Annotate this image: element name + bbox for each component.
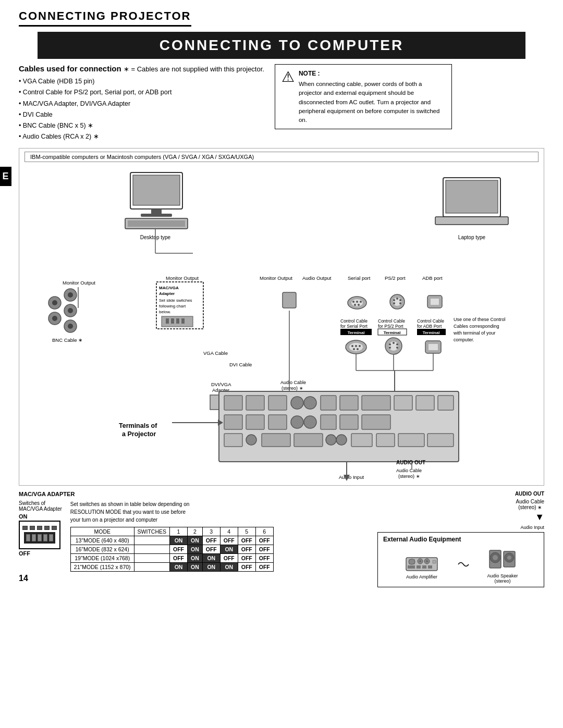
- svg-rect-97: [394, 396, 412, 410]
- switch-block: [24, 532, 55, 544]
- note-content: NOTE : When connecting cable, power cord…: [299, 69, 445, 125]
- svg-rect-5: [128, 220, 185, 227]
- svg-text:Audio Cable: Audio Cable: [396, 468, 422, 473]
- page-container: E CONNECTING PROJECTOR CONNECTING TO COM…: [0, 0, 563, 728]
- s3-cell: ON: [202, 553, 220, 562]
- table-row: 21"MODE (1152 x 870) ON ON ON ON OFF OFF: [70, 562, 273, 571]
- main-title: CONNECTING TO COMPUTER: [38, 32, 525, 59]
- monitor-output-center-label: Monitor Output: [166, 275, 199, 281]
- svg-text:Audio Input: Audio Input: [339, 474, 364, 480]
- switch-dot: [44, 526, 50, 530]
- s5-cell: OFF: [238, 553, 255, 562]
- svg-point-75: [389, 347, 391, 349]
- svg-text:(stereo) ∗: (stereo) ∗: [398, 474, 420, 479]
- ps2-port-label: PS/2 port: [385, 275, 406, 281]
- dvi-vga-label: DVI/VGA: [211, 381, 231, 387]
- resolution-table: MODE SWITCHES 1 2 3 4 5 6: [70, 527, 274, 572]
- s6-cell: OFF: [255, 553, 273, 562]
- svg-rect-110: [262, 434, 290, 447]
- svg-rect-31: [176, 318, 179, 324]
- cable-item: • VGA Cable (HDB 15 pin): [19, 76, 264, 87]
- adb-port-label: ADB port: [422, 275, 443, 281]
- cable-item: • Control Cable for PS/2 port, Serial po…: [19, 87, 264, 98]
- svg-point-38: [356, 301, 358, 303]
- s2-cell: ON: [188, 536, 203, 545]
- speaker-label: Audio Speaker(stereo): [487, 573, 518, 584]
- svg-rect-78: [429, 344, 438, 350]
- switches-cell: [134, 553, 169, 562]
- s2-cell: ON: [188, 545, 203, 553]
- cable-item: • MAC/VGA Adapter, DVI/VGA Adapter: [19, 98, 264, 109]
- s2-cell: ON: [188, 553, 203, 562]
- svg-text:with terminal of your: with terminal of your: [453, 330, 496, 336]
- switch-line: [32, 534, 36, 541]
- cables-note-row: Cables used for connection ∗ = Cables ar…: [19, 64, 544, 143]
- mode-cell: 13"MODE (640 x 480): [70, 536, 134, 545]
- svg-point-93: [304, 397, 316, 409]
- svg-point-67: [359, 345, 361, 347]
- svg-point-39: [360, 301, 362, 303]
- main-diagram: Desktop type Laptop type: [19, 162, 544, 485]
- switch-line: [26, 534, 30, 541]
- table-intro: Set switches as shown in table below dep…: [70, 500, 274, 524]
- svg-point-16: [52, 316, 57, 321]
- s4-cell: ON: [220, 562, 238, 571]
- svg-rect-144: [428, 565, 432, 569]
- svg-point-109: [246, 435, 256, 445]
- svg-text:Set slide switches: Set slide switches: [159, 298, 192, 303]
- table-header-2: 2: [188, 527, 203, 536]
- svg-rect-91: [268, 396, 287, 410]
- monitor-output-right-label: Monitor Output: [260, 275, 292, 281]
- on-off-box: ON: [19, 513, 62, 557]
- table-row: 19"MODE (1024 x768) OFF ON ON OFF OFF OF…: [70, 553, 273, 562]
- mac-vga-adapter-title: MAC/VGA ADAPTER: [19, 491, 367, 497]
- svg-point-112: [326, 435, 336, 445]
- svg-rect-100: [224, 415, 242, 429]
- svg-rect-111: [294, 434, 323, 447]
- svg-text:Use one of these Control: Use one of these Control: [454, 317, 506, 322]
- svg-text:computer.: computer.: [454, 337, 474, 342]
- svg-point-65: [351, 345, 353, 347]
- cable-item: • BNC Cable (BNC x 5) ∗: [19, 120, 264, 131]
- svg-rect-3: [141, 214, 172, 217]
- svg-point-45: [396, 298, 398, 300]
- switches-cell: [134, 536, 169, 545]
- off-label: OFF: [19, 550, 30, 557]
- svg-rect-89: [224, 396, 242, 410]
- cable-item: • DVI Cable: [19, 109, 264, 120]
- s6-cell: OFF: [255, 562, 273, 571]
- svg-rect-30: [171, 318, 174, 324]
- amplifier-svg: [403, 550, 440, 573]
- svg-point-137: [419, 560, 421, 562]
- audio-amplifier: Audio Amplifier: [403, 550, 440, 579]
- svg-point-41: [358, 304, 360, 306]
- bnc-connectors: BNC Cable ∗: [48, 289, 82, 343]
- mode-cell: 19"MODE (1024 x768): [70, 553, 134, 562]
- svg-rect-98: [416, 396, 434, 410]
- svg-text:Terminal: Terminal: [384, 330, 401, 335]
- svg-point-74: [396, 343, 398, 346]
- svg-point-113: [336, 435, 347, 445]
- note-text: When connecting cable, power cords of bo…: [299, 80, 445, 125]
- svg-text:Terminal: Terminal: [423, 330, 440, 335]
- s4-cell: OFF: [220, 553, 238, 562]
- svg-point-68: [353, 348, 355, 350]
- switch-dot: [30, 526, 35, 530]
- s1-cell: OFF: [170, 553, 188, 562]
- svg-rect-1: [133, 175, 180, 205]
- svg-point-66: [355, 345, 357, 347]
- s6-cell: OFF: [255, 536, 273, 545]
- svg-rect-99: [438, 396, 454, 410]
- table-header-mode: MODE: [70, 527, 134, 536]
- svg-rect-115: [376, 434, 395, 447]
- svg-rect-50: [431, 299, 439, 305]
- svg-point-139: [426, 560, 428, 562]
- diagram-svg-container: Desktop type Laptop type: [19, 162, 544, 485]
- svg-rect-32: [181, 318, 185, 324]
- svg-text:AUDIO OUT: AUDIO OUT: [396, 460, 425, 465]
- table-row: 16"MODE (832 x 624) OFF ON OFF ON OFF OF…: [70, 545, 273, 553]
- svg-rect-107: [362, 415, 390, 429]
- s1-cell: ON: [170, 562, 188, 571]
- switch-dot: [52, 526, 57, 530]
- s5-cell: OFF: [238, 545, 255, 553]
